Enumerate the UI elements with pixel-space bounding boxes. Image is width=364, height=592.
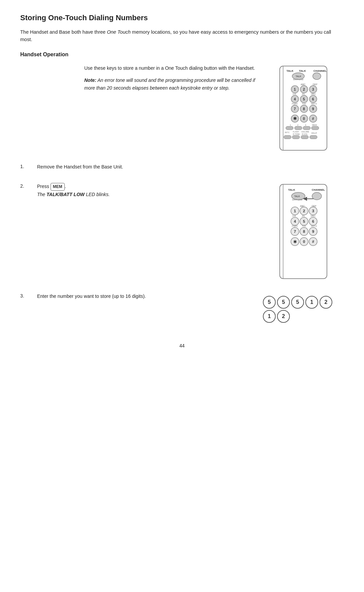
phone-svg-1: TALK TALK CHANNEL TALK BATT LOW ABC DEF … <box>276 64 330 152</box>
step-3-content: Enter the number you want to store (up t… <box>37 292 256 300</box>
note-body: An error tone will sound and the program… <box>84 77 255 90</box>
digit-1b: 1 <box>263 310 276 323</box>
svg-text:7: 7 <box>294 107 296 111</box>
svg-text:4: 4 <box>294 219 296 223</box>
svg-text:R.TONE: R.TONE <box>293 133 300 135</box>
digit-5a: 5 <box>263 296 276 309</box>
svg-rect-56 <box>292 135 300 139</box>
note-label: Note: <box>84 77 96 83</box>
svg-text:BATT LOW: BATT LOW <box>293 79 303 81</box>
handset-section: Use these keys to store a number in a On… <box>20 64 344 153</box>
svg-text:PQRS: PQRS <box>292 225 298 227</box>
svg-text:WXYZ: WXYZ <box>311 225 317 227</box>
digit-2b: 2 <box>277 310 290 323</box>
svg-text:CHANNEL: CHANNEL <box>312 188 325 191</box>
digit-1: 1 <box>305 296 318 309</box>
step-3-text: Enter the number you want to store (up t… <box>37 293 146 299</box>
step-2-text-before: Press <box>37 184 51 189</box>
step-1-content: Remove the Handset from the Base Unit. <box>37 163 344 170</box>
phone-diagram-1: TALK TALK CHANNEL TALK BATT LOW ABC DEF … <box>276 64 344 153</box>
svg-text:ABC: ABC <box>301 83 305 86</box>
svg-text:4: 4 <box>294 97 296 101</box>
step-1-text: Remove the Handset from the Base Unit. <box>37 164 123 169</box>
svg-text:#: # <box>312 240 314 244</box>
svg-text:5: 5 <box>303 219 305 223</box>
svg-text:FLASH: FLASH <box>293 131 299 133</box>
svg-rect-45 <box>286 126 293 130</box>
svg-text:1: 1 <box>294 88 296 91</box>
step-3: 3. Enter the number you want to store (u… <box>20 292 344 323</box>
digit-2a: 2 <box>320 296 332 309</box>
mem-button-label: MEM <box>51 183 65 191</box>
step-1-number: 1. <box>20 163 30 169</box>
svg-text:VOLUME: VOLUME <box>301 131 309 133</box>
step-2-number: 2. <box>20 183 30 189</box>
svg-text:8: 8 <box>303 229 305 233</box>
handset-note: Note: An error tone will sound and the p… <box>84 76 266 92</box>
section-heading: Handset Operation <box>20 52 344 58</box>
svg-text:✱: ✱ <box>293 239 297 244</box>
svg-text:DEF: DEF <box>313 83 317 86</box>
svg-text:2: 2 <box>297 124 299 126</box>
svg-text:9: 9 <box>312 229 314 233</box>
svg-text:TALK: TALK <box>299 69 306 72</box>
svg-text:0: 0 <box>303 117 305 121</box>
svg-text:8: 8 <box>303 107 305 111</box>
svg-text:RDL/P: RDL/P <box>311 132 317 134</box>
digit-5b: 5 <box>277 296 290 309</box>
svg-text:INT'C: INT'C <box>285 131 290 133</box>
step-2-content: Press MEM. The TALK/BATT LOW LED blinks. <box>37 183 256 198</box>
svg-text:CHANNEL: CHANNEL <box>313 69 327 72</box>
svg-text:2: 2 <box>303 88 305 91</box>
svg-text:2: 2 <box>303 209 305 213</box>
digit-5c: 5 <box>291 296 304 309</box>
svg-text:6: 6 <box>312 219 314 223</box>
svg-text:0: 0 <box>303 240 305 244</box>
svg-text:TALK: TALK <box>288 188 295 191</box>
svg-text:MNO: MNO <box>311 93 316 95</box>
svg-text:TALK: TALK <box>294 195 300 197</box>
step-3-number: 3. <box>20 292 30 299</box>
svg-text:3: 3 <box>312 209 314 213</box>
svg-point-67 <box>312 192 322 200</box>
intro-text: The Handset and Base both have three One… <box>20 28 344 43</box>
svg-rect-46 <box>295 126 302 130</box>
svg-text:R.VOL: R.VOL <box>302 133 308 135</box>
svg-text:#: # <box>312 117 314 121</box>
svg-text:BATT LOW: BATT LOW <box>292 199 302 201</box>
svg-text:3: 3 <box>312 88 314 91</box>
svg-rect-55 <box>284 135 291 139</box>
step-1: 1. Remove the Handset from the Base Unit… <box>20 163 344 170</box>
step-2-bold: TALK/BATT LOW <box>47 192 85 197</box>
step-2-italic: The TALK/BATT LOW LED blinks. <box>37 192 110 197</box>
intro-italic: One Touch <box>107 29 130 35</box>
svg-text:GHI: GHI <box>292 215 296 217</box>
svg-text:MNO: MNO <box>311 215 315 217</box>
svg-text:MEM: MEM <box>312 124 317 126</box>
phone-svg-2: TALK CHANNEL TALK BATT LOW <box>271 183 335 280</box>
svg-rect-47 <box>303 126 310 130</box>
svg-text:TALK: TALK <box>286 69 294 72</box>
svg-rect-57 <box>301 135 308 139</box>
step-2-text-after: . <box>65 184 66 189</box>
svg-text:5: 5 <box>303 97 305 101</box>
steps-container: 1. Remove the Handset from the Base Unit… <box>20 163 344 323</box>
svg-rect-58 <box>310 135 317 139</box>
step-2: 2. Press MEM. The TALK/BATT LOW LED blin… <box>20 183 344 280</box>
svg-point-8 <box>313 73 321 80</box>
svg-text:7: 7 <box>294 229 296 233</box>
step-3-digits: 5 5 5 1 2 1 2 <box>263 292 344 323</box>
svg-text:✱: ✱ <box>293 116 297 121</box>
svg-text:WXYZ: WXYZ <box>311 103 317 105</box>
svg-text:1: 1 <box>294 209 296 213</box>
svg-text:9: 9 <box>312 107 314 111</box>
svg-text:JKL: JKL <box>302 215 305 217</box>
handset-main-text: Use these keys to store a number in a On… <box>84 64 266 72</box>
svg-text:TALK: TALK <box>296 75 301 77</box>
digit-buttons-container: 5 5 5 1 2 1 2 <box>263 296 344 323</box>
svg-text:GHI: GHI <box>293 93 296 95</box>
svg-text:1: 1 <box>290 124 291 126</box>
page-number: 44 <box>20 343 344 348</box>
svg-rect-48 <box>311 126 319 130</box>
svg-text:PQRS: PQRS <box>292 103 298 105</box>
